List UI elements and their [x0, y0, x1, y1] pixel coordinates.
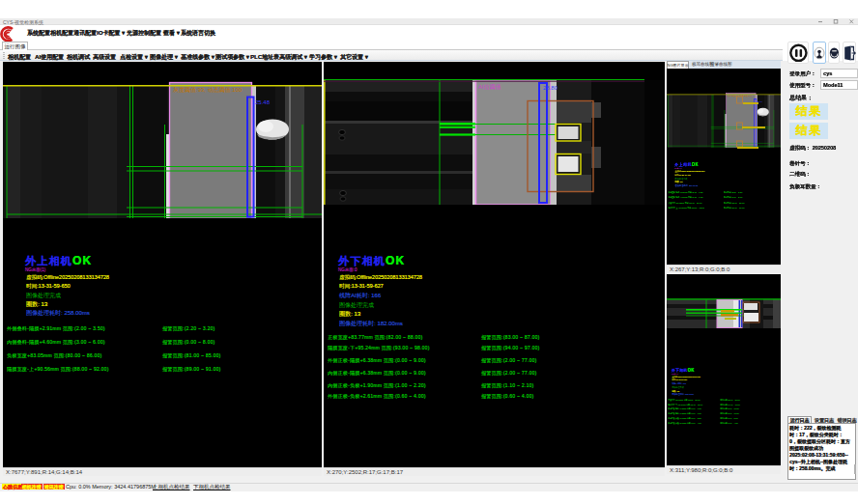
- svg-text:28.80: 28.80: [543, 85, 558, 91]
- svg-text:25.48: 25.48: [255, 99, 271, 105]
- svg-text:灰度阈值:93, 动态阈值:100: 灰度阈值:93, 动态阈值:100: [173, 86, 243, 94]
- svg-text:AI拉阈值: AI拉阈值: [478, 83, 501, 90]
